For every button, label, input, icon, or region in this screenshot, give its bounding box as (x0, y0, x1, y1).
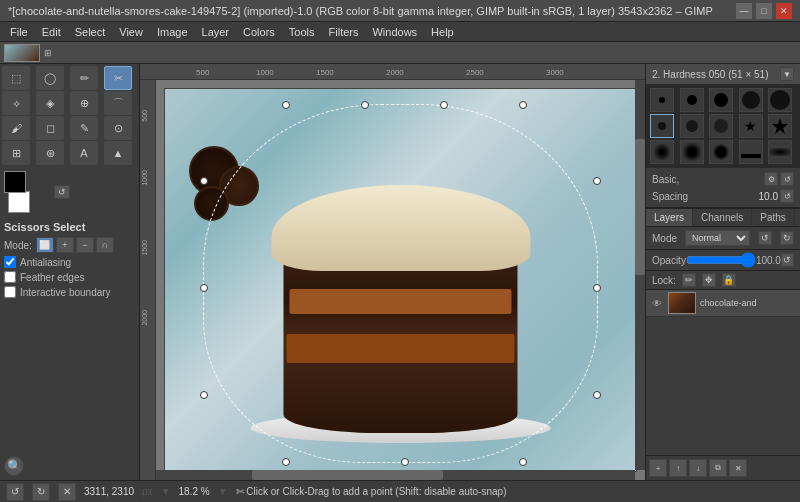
delete-status-button[interactable]: ✕ (58, 483, 76, 501)
brush-item-3[interactable] (709, 88, 733, 112)
brush-item-2[interactable] (680, 88, 704, 112)
menu-edit[interactable]: Edit (36, 24, 67, 40)
tool-heal[interactable]: ⊛ (36, 141, 64, 165)
tool-free-select[interactable]: ✏ (70, 66, 98, 90)
canvas-view[interactable] (156, 80, 645, 480)
mode-redo-button[interactable]: ↻ (780, 231, 794, 245)
brush-refresh-button[interactable]: ↺ (780, 172, 794, 186)
lower-layer-button[interactable]: ↓ (689, 459, 707, 477)
brush-item-14[interactable] (739, 140, 763, 164)
spacing-reset-button[interactable]: ↺ (780, 189, 794, 203)
layer-thumb-preview (669, 293, 695, 313)
sel-dot-9 (401, 458, 409, 466)
tool-clone[interactable]: ⊞ (2, 141, 30, 165)
tool-paintbrush[interactable]: 🖌 (2, 116, 30, 140)
tab-paths[interactable]: Paths (752, 209, 795, 226)
brush-item-15[interactable] (768, 140, 792, 164)
tool-ellipse-select[interactable]: ◯ (36, 66, 64, 90)
brush-item-10[interactable] (768, 114, 792, 138)
menu-help[interactable]: Help (425, 24, 460, 40)
tab-layers[interactable]: Layers (646, 209, 693, 226)
raise-layer-button[interactable]: ↑ (669, 459, 687, 477)
tool-eraser[interactable]: ◻ (36, 116, 64, 140)
tool-fuzzy-select[interactable]: ⟡ (2, 91, 30, 115)
mode-subtract-btn[interactable]: − (76, 237, 94, 253)
vertical-scrollbar-thumb[interactable] (635, 139, 645, 276)
opacity-slider[interactable] (686, 252, 756, 268)
brush-item-6[interactable] (650, 114, 674, 138)
search-tool-button[interactable]: 🔍 (4, 456, 24, 476)
blending-mode-select[interactable]: Normal Dissolve Multiply Screen (685, 230, 750, 246)
brush-item-11[interactable] (650, 140, 674, 164)
antialiasing-checkbox[interactable] (4, 256, 16, 268)
menu-image[interactable]: Image (151, 24, 194, 40)
menu-colors[interactable]: Colors (237, 24, 281, 40)
svg-marker-0 (772, 118, 788, 134)
tool-rectangle-select[interactable]: ⬚ (2, 66, 30, 90)
brush-item-5[interactable] (768, 88, 792, 112)
lock-pixels-button[interactable]: ✏ (682, 273, 696, 287)
background-color-swatch[interactable] (8, 191, 30, 213)
vertical-scrollbar[interactable] (635, 80, 645, 470)
tool-bucket-fill[interactable]: ▲ (104, 141, 132, 165)
brush-item-1[interactable] (650, 88, 674, 112)
tab-channels[interactable]: Channels (693, 209, 752, 226)
mode-intersect-btn[interactable]: ∩ (96, 237, 114, 253)
feather-label: Feather edges (20, 272, 85, 283)
brush-item-8[interactable] (709, 114, 733, 138)
tool-text[interactable]: A (70, 141, 98, 165)
search-icon-row: 🔍 (0, 452, 139, 480)
tool-color-select[interactable]: ◈ (36, 91, 64, 115)
redo-button[interactable]: ↻ (32, 483, 50, 501)
menu-filters[interactable]: Filters (323, 24, 365, 40)
brush-item-4[interactable] (739, 88, 763, 112)
layer-visibility-toggle[interactable]: 👁 (650, 296, 664, 310)
lock-row: Lock: ✏ ✥ 🔒 (646, 271, 800, 290)
mode-ctrl-label: Mode (652, 233, 677, 244)
horizontal-scrollbar-thumb[interactable] (252, 470, 444, 480)
feather-edges-checkbox[interactable] (4, 271, 16, 283)
brushes-collapse-button[interactable]: ▼ (780, 67, 794, 81)
layers-tabs: Layers Channels Paths (646, 209, 800, 227)
mode-undo-button[interactable]: ↺ (758, 231, 772, 245)
tool-scissors-select[interactable]: ✂ (104, 66, 132, 90)
duplicate-layer-button[interactable]: ⧉ (709, 459, 727, 477)
new-layer-button[interactable]: + (649, 459, 667, 477)
menu-layer[interactable]: Layer (196, 24, 236, 40)
sel-dot-10 (519, 458, 527, 466)
tool-foreground-select[interactable]: ⊕ (70, 91, 98, 115)
tool-airbrush[interactable]: ⊙ (104, 116, 132, 140)
tool-pencil[interactable]: ✎ (70, 116, 98, 140)
mode-replace-btn[interactable]: ⬜ (36, 237, 54, 253)
menu-select[interactable]: Select (69, 24, 112, 40)
horizontal-scrollbar[interactable] (156, 470, 635, 480)
menu-tools[interactable]: Tools (283, 24, 321, 40)
brush-preview-svg (771, 117, 789, 135)
mode-add-btn[interactable]: + (56, 237, 74, 253)
lock-position-button[interactable]: ✥ (702, 273, 716, 287)
ruler-v-mark-1500: 1500 (141, 240, 148, 256)
minimize-button[interactable]: — (736, 3, 752, 19)
tool-paths[interactable]: ⌒ (104, 91, 132, 115)
undo-button[interactable]: ↺ (6, 483, 24, 501)
reset-colors-button[interactable]: ↺ (54, 185, 70, 199)
canvas-image[interactable] (164, 88, 637, 472)
lock-all-button[interactable]: 🔒 (722, 273, 736, 287)
document-thumbnail[interactable] (4, 44, 40, 62)
menu-view[interactable]: View (113, 24, 149, 40)
opacity-reset-button[interactable]: ↺ (781, 253, 794, 267)
brush-item-7[interactable] (680, 114, 704, 138)
brush-item-12[interactable] (680, 140, 704, 164)
delete-layer-button[interactable]: ✕ (729, 459, 747, 477)
brushes-section: 2. Hardness 050 (51 × 51) ▼ ★ (646, 64, 800, 209)
close-button[interactable]: ✕ (776, 3, 792, 19)
interactive-boundary-checkbox[interactable] (4, 286, 16, 298)
brush-item-9[interactable]: ★ (739, 114, 763, 138)
layer-item[interactable]: 👁 chocolate-and (646, 290, 800, 317)
foreground-color-swatch[interactable] (4, 171, 26, 193)
brush-item-13[interactable] (709, 140, 733, 164)
menu-file[interactable]: File (4, 24, 34, 40)
brush-settings-button[interactable]: ⚙ (764, 172, 778, 186)
maximize-button[interactable]: □ (756, 3, 772, 19)
menu-windows[interactable]: Windows (366, 24, 423, 40)
